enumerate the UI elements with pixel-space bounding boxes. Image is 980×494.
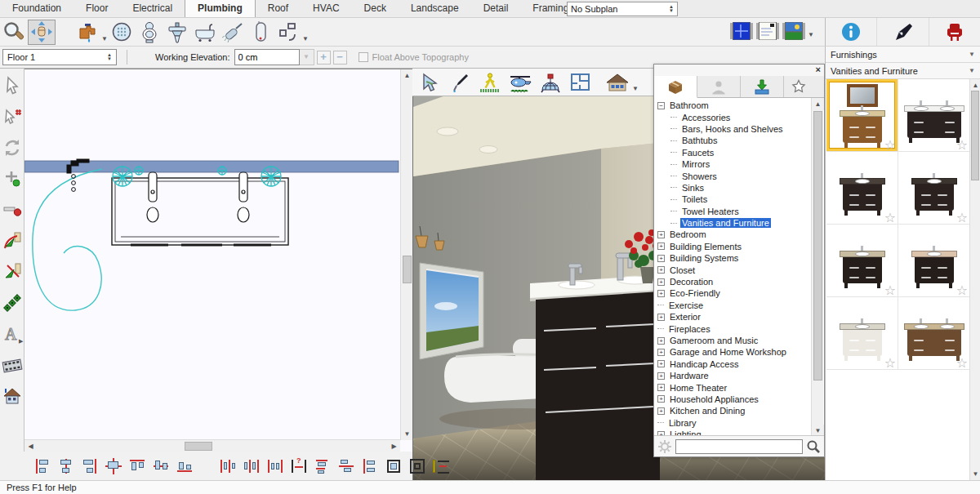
library-tree-item[interactable]: Vanities and Furniture bbox=[654, 217, 812, 229]
align-left-icon[interactable] bbox=[33, 456, 52, 476]
library-tree-item[interactable]: +Kitchen and Dining bbox=[654, 405, 812, 416]
house-view-icon[interactable] bbox=[602, 70, 632, 95]
frame-box-icon[interactable] bbox=[384, 456, 403, 476]
expand-icon[interactable]: + bbox=[657, 337, 665, 345]
scroll-left-icon[interactable]: ◀ bbox=[24, 440, 37, 452]
search-icon[interactable] bbox=[806, 439, 821, 454]
align-edge-icon[interactable] bbox=[360, 456, 380, 476]
scrollbar-thumb[interactable] bbox=[971, 91, 979, 180]
expand-icon[interactable]: + bbox=[657, 243, 665, 250]
scroll-up-icon[interactable]: ▲ bbox=[812, 98, 824, 110]
subplan-select[interactable]: No Subplan ▲▼ bbox=[567, 2, 678, 16]
favorite-star-icon[interactable]: ☆ bbox=[956, 210, 968, 224]
scroll-right-icon[interactable]: ▶ bbox=[388, 440, 400, 452]
library-tree-item[interactable]: +Building Elements bbox=[654, 241, 812, 252]
elevation-increase-button[interactable]: + bbox=[317, 51, 331, 65]
spinner-arrows-icon[interactable]: ▲▼ bbox=[107, 53, 112, 61]
space-between-icon[interactable] bbox=[218, 456, 238, 476]
library-tab-downloads-icon[interactable] bbox=[741, 76, 784, 97]
stack-top-icon[interactable] bbox=[313, 456, 332, 476]
floor-select[interactable]: Floor 1 ▲▼ bbox=[2, 49, 117, 65]
text-flyout-icon[interactable]: ▶ bbox=[19, 338, 23, 345]
thumbnail-dark-vanity-tan-marble-top[interactable]: ☆ bbox=[826, 225, 898, 296]
library-tree-item[interactable]: Towel Heaters bbox=[654, 206, 812, 217]
library-tree-item[interactable]: +Household Appliances bbox=[654, 394, 812, 405]
favorite-star-icon[interactable]: ☆ bbox=[884, 283, 896, 296]
bathtub-icon[interactable] bbox=[191, 20, 219, 45]
plan-2d-view[interactable]: ▲ ▼ ◀ ▶ bbox=[24, 69, 412, 452]
water-heater-icon[interactable] bbox=[247, 20, 274, 45]
expand-icon[interactable]: + bbox=[657, 266, 665, 274]
favorite-star-icon[interactable]: ☆ bbox=[884, 355, 896, 369]
scroll-down-icon[interactable]: ▼ bbox=[401, 428, 413, 440]
library-tree-item[interactable]: Fireplaces bbox=[654, 323, 812, 334]
library-tree-item[interactable]: Showers bbox=[654, 170, 812, 181]
camera-house-icon[interactable] bbox=[1, 381, 24, 412]
break-line-icon[interactable] bbox=[1, 194, 24, 225]
center-both-icon[interactable] bbox=[104, 456, 123, 476]
subcategory-row[interactable]: Vanities and Furniture ▼ bbox=[826, 63, 980, 79]
library-scrollbar[interactable]: ▲ ▼ bbox=[811, 98, 823, 437]
library-tree-item[interactable]: Toilets bbox=[654, 194, 812, 205]
pan-icon[interactable] bbox=[28, 20, 56, 45]
pen-icon[interactable] bbox=[877, 18, 929, 46]
library-tree-item[interactable]: Exercise bbox=[654, 300, 812, 311]
select-arrow-icon[interactable] bbox=[414, 70, 444, 95]
library-tree-item[interactable]: Bathtubs bbox=[654, 135, 812, 146]
toilet-icon[interactable] bbox=[136, 20, 163, 45]
scrollbar-thumb[interactable] bbox=[403, 256, 412, 283]
horizontal-scrollbar[interactable]: ◀ ▶ bbox=[24, 439, 400, 452]
float-above-topography-checkbox[interactable] bbox=[359, 52, 368, 62]
expand-icon[interactable]: + bbox=[657, 395, 665, 403]
library-tree-item[interactable]: Accessories bbox=[654, 111, 812, 122]
thumbnail-dark-vanity-black-marble-top[interactable]: ☆ bbox=[826, 152, 898, 224]
tab-plumbing[interactable]: Plumbing bbox=[185, 0, 256, 17]
camera-dropdown-icon[interactable]: ▼ bbox=[632, 85, 639, 96]
library-tree-item[interactable]: +Gameroom and Music bbox=[654, 335, 812, 346]
favorite-star-icon[interactable]: ☆ bbox=[884, 137, 896, 151]
floor-drain-icon[interactable] bbox=[108, 20, 136, 45]
library-tree-item[interactable]: +Garage and Home Workshop bbox=[654, 346, 812, 358]
plan-view-icon[interactable] bbox=[729, 20, 754, 42]
fly-over-icon[interactable] bbox=[505, 70, 535, 95]
thumbnail-antique-vanity-with-mirror[interactable]: ☆ bbox=[826, 79, 898, 151]
favorite-star-icon[interactable]: ☆ bbox=[956, 355, 968, 369]
info-icon[interactable] bbox=[826, 18, 877, 46]
library-tree-item[interactable]: −Bathroom bbox=[654, 100, 812, 111]
space-outer-icon[interactable] bbox=[265, 456, 285, 476]
shower-sprayer-icon[interactable] bbox=[219, 20, 247, 45]
thumbnail-dark-vanity-beige-top[interactable]: ☆ bbox=[898, 225, 969, 296]
furniture-library-icon[interactable] bbox=[929, 18, 980, 46]
vertical-scrollbar[interactable]: ▲ ▼ bbox=[400, 69, 412, 440]
place-point-icon[interactable] bbox=[1, 163, 24, 194]
library-tree-item[interactable]: Bars, Hooks and Shelves bbox=[654, 123, 812, 135]
align-middle-icon[interactable] bbox=[151, 456, 171, 476]
walkthrough-person-icon[interactable] bbox=[474, 70, 505, 95]
text-icon[interactable]: A▶ bbox=[1, 318, 24, 349]
scroll-up-icon[interactable]: ▲ bbox=[401, 69, 413, 82]
tab-foundation[interactable]: Foundation bbox=[0, 0, 74, 17]
walkthrough-film-icon[interactable] bbox=[1, 349, 24, 381]
align-center-icon[interactable] bbox=[56, 456, 76, 476]
resize-edge-icon[interactable] bbox=[431, 456, 451, 476]
scrollbar-thumb[interactable] bbox=[813, 111, 822, 381]
faucet-dropdown-icon[interactable]: ▼ bbox=[101, 35, 108, 46]
space-evenly-icon[interactable] bbox=[242, 456, 261, 476]
select-arrow-icon[interactable] bbox=[1, 70, 24, 101]
expand-icon[interactable]: + bbox=[657, 372, 665, 380]
library-tree-item[interactable]: Mirrors bbox=[654, 158, 812, 170]
expand-icon[interactable]: + bbox=[657, 384, 665, 391]
select-similar-icon[interactable] bbox=[1, 101, 24, 132]
favorite-star-icon[interactable]: ☆ bbox=[956, 137, 968, 151]
render-view-icon[interactable] bbox=[782, 20, 806, 42]
tab-floor[interactable]: Floor bbox=[74, 0, 120, 17]
library-tree-item[interactable]: +Building Systems bbox=[654, 252, 812, 264]
sink-icon[interactable] bbox=[163, 20, 191, 45]
library-tab-browse-package-icon[interactable] bbox=[654, 76, 697, 98]
floor-overview-icon[interactable] bbox=[565, 70, 595, 95]
tab-landscape[interactable]: Landscape bbox=[399, 0, 471, 17]
expand-icon[interactable]: + bbox=[657, 314, 665, 321]
sprinkler-line-icon[interactable] bbox=[1, 287, 24, 318]
dimension-curve-icon[interactable] bbox=[1, 225, 24, 256]
pipes-dropdown-icon[interactable]: ▼ bbox=[302, 35, 309, 46]
